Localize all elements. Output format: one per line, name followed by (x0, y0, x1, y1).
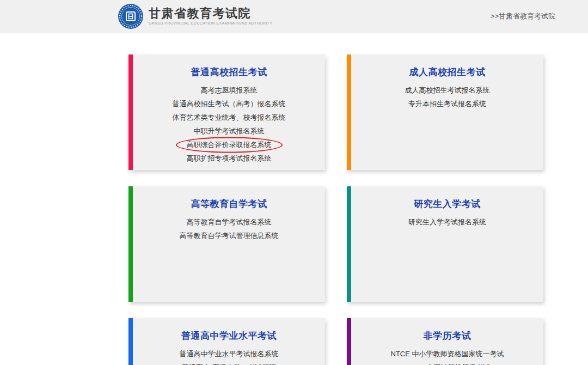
exam-system-link[interactable]: 高考志愿填报系统 (133, 83, 325, 97)
exam-category-card: 非学历考试 NTCE 中小学教师资格国家统一考试NCRE 全国计算机等级考试 (347, 318, 543, 365)
brand-text: 甘肃省教育考试院 GANSU PROVINCIAL EDUCATION EXAM… (149, 7, 273, 26)
site-header: 甘肃省教育考试院 GANSU PROVINCIAL EDUCATION EXAM… (0, 0, 588, 33)
exam-system-link[interactable]: 普通高中(高级中学）考试管理 (133, 361, 325, 365)
card-title: 成人高校招生考试 (351, 66, 543, 78)
card-link-list: 成人高校招生考试报名系统专升本招生考试报名系统 (351, 83, 543, 111)
page: 甘肃省教育考试院 GANSU PROVINCIAL EDUCATION EXAM… (0, 0, 588, 365)
exam-system-link[interactable]: 中职升学考试报名系统 (133, 124, 325, 138)
card-link-list: 高考志愿填报系统普通高校招生考试（高考）报名系统体育艺术类专业统考、校考报名系统… (133, 83, 325, 165)
card-title: 普通高校招生考试 (133, 66, 325, 78)
exam-card-grid: 普通高校招生考试 高考志愿填报系统普通高校招生考试（高考）报名系统体育艺术类专业… (128, 54, 543, 365)
exam-system-link[interactable]: NCRE 全国计算机等级考试 (351, 361, 543, 365)
exam-system-link[interactable]: 高等教育自学考试报名系统 (133, 215, 325, 229)
exam-system-link[interactable]: 体育艺术类专业统考、校考报名系统 (133, 111, 325, 124)
exam-system-link[interactable]: NTCE 中小学教师资格国家统一考试 (351, 347, 543, 361)
brand-name: 甘肃省教育考试院 (149, 7, 273, 20)
card-link-list: 研究生入学考试报名系统 (351, 215, 543, 229)
card-link-list: 高等教育自学考试报名系统高等教育自学考试管理信息系统 (133, 215, 325, 242)
exam-system-link[interactable]: 高职综合评价录取报名系统 (133, 138, 325, 151)
exam-category-card: 普通高中学业水平考试 普通高中学业水平考试报名系统普通高中(高级中学）考试管理 (128, 318, 325, 365)
exam-system-link[interactable]: 专升本招生考试报名系统 (351, 97, 543, 111)
exam-system-link[interactable]: 高等教育自学考试管理信息系统 (133, 229, 325, 242)
exam-category-card: 成人高校招生考试 成人高校招生考试报名系统专升本招生考试报名系统 (347, 54, 543, 170)
gansu-education-seal-icon (118, 3, 144, 29)
exam-system-link[interactable]: 普通高中学业水平考试报名系统 (133, 347, 325, 361)
card-link-list: 普通高中学业水平考试报名系统普通高中(高级中学）考试管理 (133, 347, 325, 365)
exam-category-card: 普通高校招生考试 高考志愿填报系统普通高校招生考试（高考）报名系统体育艺术类专业… (128, 54, 325, 170)
exam-system-link[interactable]: 成人高校招生考试报名系统 (351, 83, 543, 97)
exam-system-link[interactable]: 普通高校招生考试（高考）报名系统 (133, 97, 325, 111)
red-circle-annotation (176, 137, 283, 153)
card-title: 非学历考试 (351, 330, 543, 342)
exam-system-link[interactable]: 研究生入学考试报名系统 (351, 215, 543, 229)
brand-subtitle: GANSU PROVINCIAL EDUCATION EXAMINATIONS … (149, 21, 273, 26)
exam-category-card: 研究生入学考试 研究生入学考试报名系统 (347, 186, 543, 302)
card-title: 普通高中学业水平考试 (133, 330, 325, 342)
card-title: 高等教育自学考试 (133, 198, 325, 210)
home-site-link[interactable]: >>甘肃省教育考试院 (491, 11, 555, 21)
brand: 甘肃省教育考试院 GANSU PROVINCIAL EDUCATION EXAM… (118, 3, 273, 29)
exam-category-card: 高等教育自学考试 高等教育自学考试报名系统高等教育自学考试管理信息系统 (128, 186, 325, 302)
card-title: 研究生入学考试 (351, 198, 543, 210)
card-link-list: NTCE 中小学教师资格国家统一考试NCRE 全国计算机等级考试 (351, 347, 543, 365)
exam-system-link[interactable]: 高职扩招专项考试报名系统 (133, 151, 325, 165)
